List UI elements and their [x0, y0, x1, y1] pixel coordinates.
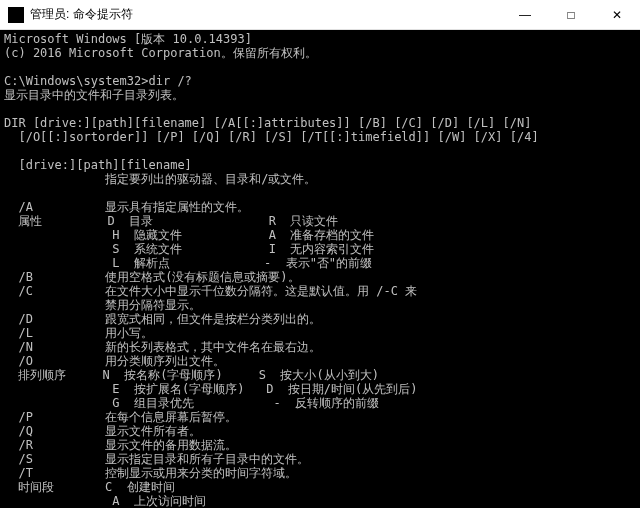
console-line: H 隐藏文件 A 准备存档的文件 [4, 228, 636, 242]
console-line: 禁用分隔符显示。 [4, 298, 636, 312]
console-line: /D 跟宽式相同，但文件是按栏分类列出的。 [4, 312, 636, 326]
console-line: [/O[[:]sortorder]] [/P] [/Q] [/R] [/S] [… [4, 130, 636, 144]
console-line: [drive:][path][filename] [4, 158, 636, 172]
titlebar[interactable]: 管理员: 命令提示符 — □ ✕ [0, 0, 640, 30]
cmd-icon [8, 7, 24, 23]
console-line: L 解析点 - 表示"否"的前缀 [4, 256, 636, 270]
console-line: /A 显示具有指定属性的文件。 [4, 200, 636, 214]
console-line: /L 用小写。 [4, 326, 636, 340]
console-line: G 组目录优先 - 反转顺序的前缀 [4, 396, 636, 410]
console-line: /O 用分类顺序列出文件。 [4, 354, 636, 368]
console-line: /N 新的长列表格式，其中文件名在最右边。 [4, 340, 636, 354]
window-title: 管理员: 命令提示符 [30, 6, 133, 23]
console-line: /C 在文件大小中显示千位数分隔符。这是默认值。用 /-C 来 [4, 284, 636, 298]
console-line: 属性 D 目录 R 只读文件 [4, 214, 636, 228]
console-line: (c) 2016 Microsoft Corporation。保留所有权利。 [4, 46, 636, 60]
console-line: Microsoft Windows [版本 10.0.14393] [4, 32, 636, 46]
console-line [4, 144, 636, 158]
console-line: 显示目录中的文件和子目录列表。 [4, 88, 636, 102]
console-line: /B 使用空格式(没有标题信息或摘要)。 [4, 270, 636, 284]
minimize-button[interactable]: — [502, 0, 548, 30]
console-line: /R 显示文件的备用数据流。 [4, 438, 636, 452]
console-line: 时间段 C 创建时间 [4, 480, 636, 494]
console-line: DIR [drive:][path][filename] [/A[[:]attr… [4, 116, 636, 130]
console-line: /Q 显示文件所有者。 [4, 424, 636, 438]
window-frame: 管理员: 命令提示符 — □ ✕ Microsoft Windows [版本 1… [0, 0, 640, 508]
console-line [4, 102, 636, 116]
close-button[interactable]: ✕ [594, 0, 640, 30]
console-line: /T 控制显示或用来分类的时间字符域。 [4, 466, 636, 480]
console-line: /P 在每个信息屏幕后暂停。 [4, 410, 636, 424]
console-line: A 上次访问时间 [4, 494, 636, 508]
terminal-output[interactable]: Microsoft Windows [版本 10.0.14393](c) 201… [0, 30, 640, 508]
console-line: 排列顺序 N 按名称(字母顺序) S 按大小(从小到大) [4, 368, 636, 382]
console-line: S 系统文件 I 无内容索引文件 [4, 242, 636, 256]
console-line: E 按扩展名(字母顺序) D 按日期/时间(从先到后) [4, 382, 636, 396]
console-line [4, 186, 636, 200]
maximize-button[interactable]: □ [548, 0, 594, 30]
console-line: 指定要列出的驱动器、目录和/或文件。 [4, 172, 636, 186]
console-line [4, 60, 636, 74]
console-line: /S 显示指定目录和所有子目录中的文件。 [4, 452, 636, 466]
console-line: C:\Windows\system32>dir /? [4, 74, 636, 88]
